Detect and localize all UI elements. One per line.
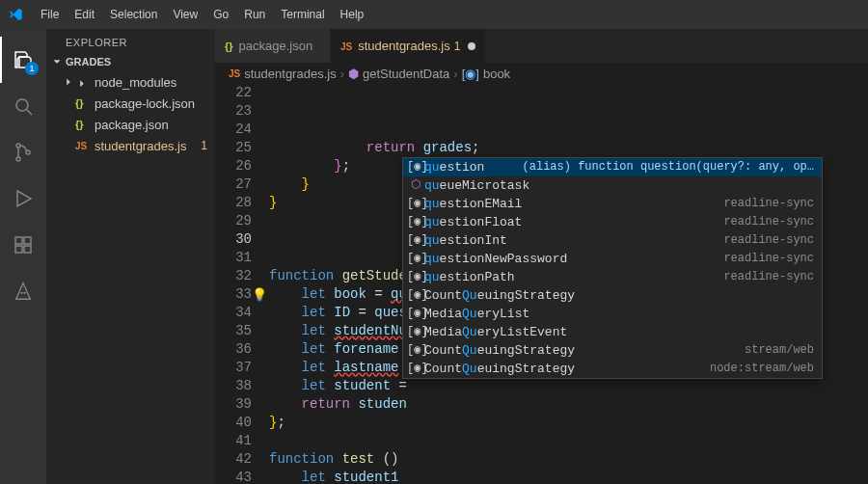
suggestion-label: questionFloat — [424, 213, 723, 231]
tab-badge: 1 — [454, 40, 461, 53]
suggestion-kind-icon: [◉] — [407, 305, 424, 323]
intellisense-popup[interactable]: [◉]question(alias) function question(que… — [402, 157, 823, 379]
menu-file[interactable]: File — [33, 0, 67, 29]
suggestion-item[interactable]: [◉]CountQueuingStrategy — [403, 286, 822, 305]
breadcrumb-file[interactable]: studentgrades.js — [244, 67, 336, 81]
file-tree-item[interactable]: node_modules — [46, 71, 215, 93]
suggestion-item[interactable]: [◉]questionIntreadline-sync — [403, 231, 822, 250]
suggestion-detail: (alias) function question(query?: any, o… — [523, 158, 818, 176]
suggestion-item[interactable]: [◉]questionEMailreadline-sync — [403, 195, 822, 213]
file-tree-item[interactable]: {}package.json — [46, 114, 215, 135]
file-label: node_modules — [95, 75, 215, 90]
suggestion-item[interactable]: [◉]CountQueuingStrategystream/web — [403, 341, 822, 360]
suggestion-item[interactable]: [◉]MediaQueryListEvent — [403, 323, 822, 341]
suggestion-item[interactable]: [◉]CountQueuingStrategynode:stream/web — [403, 360, 822, 378]
activity-extensions[interactable] — [0, 222, 46, 268]
activity-azure[interactable] — [0, 268, 46, 314]
activity-source-control[interactable] — [0, 129, 46, 175]
activity-run-debug[interactable] — [0, 175, 46, 222]
suggestion-item[interactable]: [◉]questionPathreadline-sync — [403, 268, 822, 286]
suggestion-kind-icon: [◉] — [407, 286, 424, 305]
breadcrumbs[interactable]: JS studentgrades.js › ⬢ getStudentData ›… — [215, 63, 868, 84]
dirty-indicator-icon — [468, 42, 475, 50]
js-file-icon: JS — [229, 68, 240, 79]
menu-go[interactable]: Go — [205, 0, 236, 29]
code-line[interactable]: }; — [269, 414, 868, 432]
suggestion-kind-icon: [◉] — [407, 213, 424, 231]
suggestion-kind-icon: ⬡ — [407, 176, 424, 195]
code-line[interactable]: let student = — [269, 377, 868, 395]
sidebar: EXPLORER GRADES node_modules{}package-lo… — [46, 29, 215, 484]
chevron-right-icon: › — [340, 67, 344, 81]
activity-search[interactable] — [0, 83, 46, 129]
file-label: package.json — [95, 118, 215, 132]
suggestion-label: questionInt — [424, 231, 723, 250]
suggestion-item[interactable]: ⬡queueMicrotask — [403, 176, 822, 195]
suggestion-label: CountQueuingStrategy — [424, 341, 745, 360]
suggestion-label: questionNewPassword — [424, 250, 723, 268]
line-number-gutter: 2223242526272829303132333435363738394041… — [215, 84, 269, 484]
activity-bar: 1 — [0, 29, 46, 484]
breadcrumb-variable[interactable]: book — [483, 67, 510, 81]
suggestion-item[interactable]: [◉]question(alias) function question(que… — [403, 158, 822, 176]
chevron-down-icon — [50, 55, 64, 68]
code-editor[interactable]: 2223242526272829303132333435363738394041… — [215, 84, 868, 484]
svg-rect-6 — [24, 246, 31, 253]
menu-terminal[interactable]: Terminal — [273, 0, 332, 29]
lightbulb-icon[interactable]: 💡 — [252, 286, 267, 305]
svg-rect-7 — [24, 237, 31, 244]
suggestion-item[interactable]: [◉]questionNewPasswordreadline-sync — [403, 250, 822, 268]
menu-selection[interactable]: Selection — [102, 0, 165, 29]
activity-explorer[interactable]: 1 — [0, 37, 46, 83]
suggestion-detail: readline-sync — [723, 268, 818, 286]
json-file-icon: {} — [75, 97, 91, 109]
variable-icon: [◉] — [462, 67, 479, 81]
sidebar-folder-header[interactable]: GRADES — [46, 52, 215, 71]
folder-file-icon — [75, 75, 91, 89]
editor-area: {}package.jsonJSstudentgrades.js1 JS stu… — [215, 29, 868, 484]
code-content[interactable]: return grades; }; }}function getStudentD… — [269, 84, 868, 484]
code-line[interactable] — [269, 432, 868, 450]
suggestion-item[interactable]: [◉]questionFloatreadline-sync — [403, 213, 822, 231]
suggestion-label: CountQueuingStrategy — [424, 286, 818, 305]
sidebar-title: EXPLORER — [46, 29, 215, 52]
suggestion-detail: readline-sync — [723, 231, 818, 250]
suggestion-detail: readline-sync — [723, 250, 818, 268]
file-label: studentgrades.js — [95, 139, 201, 153]
code-line[interactable]: function test () — [269, 450, 868, 469]
tab-label: package.json — [239, 39, 313, 53]
json-file-icon: {} — [225, 39, 233, 53]
editor-tab[interactable]: JSstudentgrades.js1 — [331, 29, 486, 63]
suggestion-label: CountQueuingStrategy — [424, 360, 710, 378]
suggestion-item[interactable]: [◉]MediaQueryList — [403, 305, 822, 323]
menu-run[interactable]: Run — [236, 0, 273, 29]
menu-view[interactable]: View — [165, 0, 205, 29]
suggestion-detail: readline-sync — [723, 213, 818, 231]
menu-bar: FileEditSelectionViewGoRunTerminalHelp — [33, 0, 371, 29]
suggestion-label: MediaQueryListEvent — [424, 323, 818, 341]
menu-help[interactable]: Help — [333, 0, 372, 29]
menu-edit[interactable]: Edit — [67, 0, 102, 29]
modified-badge: 1 — [201, 139, 215, 152]
suggestion-label: MediaQueryList — [424, 305, 818, 323]
suggestion-kind-icon: [◉] — [407, 195, 424, 213]
tab-label: studentgrades.js — [358, 39, 449, 53]
suggestion-kind-icon: [◉] — [407, 360, 424, 378]
js-file-icon: JS — [340, 39, 352, 53]
file-tree-item[interactable]: {}package-lock.json — [46, 93, 215, 114]
svg-rect-5 — [15, 246, 22, 253]
code-line[interactable]: return grades; — [269, 139, 868, 157]
code-line[interactable]: return studen — [269, 395, 868, 414]
svg-point-2 — [16, 157, 20, 161]
editor-tab[interactable]: {}package.json — [215, 29, 331, 63]
chevron-right-icon — [62, 75, 75, 89]
file-tree-item[interactable]: JSstudentgrades.js1 — [46, 135, 215, 156]
code-line[interactable]: let student1 — [269, 469, 868, 484]
titlebar: FileEditSelectionViewGoRunTerminalHelp — [0, 0, 868, 29]
suggestion-kind-icon: [◉] — [407, 341, 424, 360]
editor-tabs: {}package.jsonJSstudentgrades.js1 — [215, 29, 868, 63]
svg-rect-4 — [15, 237, 22, 244]
suggestion-detail: readline-sync — [723, 195, 818, 213]
file-label: package-lock.json — [95, 96, 215, 111]
breadcrumb-function[interactable]: getStudentData — [363, 67, 449, 81]
